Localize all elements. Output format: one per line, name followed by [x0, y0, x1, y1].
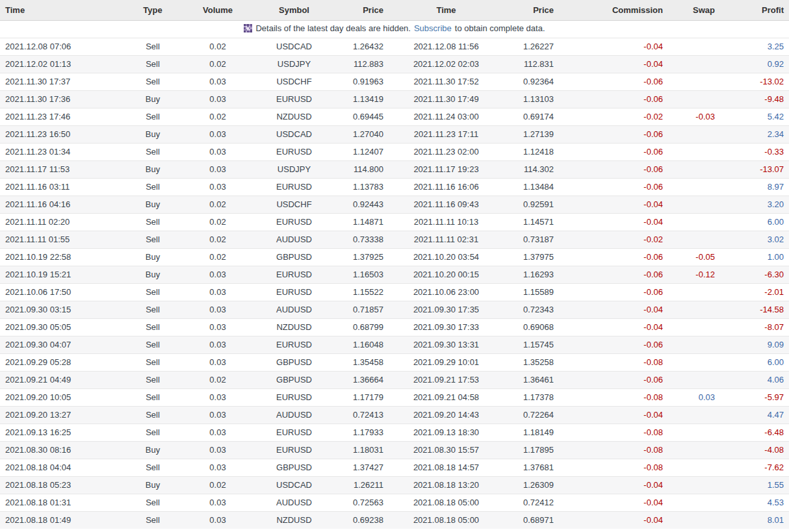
cell-swap: -0.12	[668, 266, 720, 283]
col-header-symbol: Symbol	[250, 0, 338, 20]
cell-close_time: 2021.12.08 11:56	[389, 38, 504, 55]
cell-open_price: 0.72563	[338, 494, 389, 511]
cell-type: Sell	[120, 38, 185, 55]
cell-profit: 3.25	[720, 38, 789, 55]
cell-swap	[668, 231, 720, 248]
cell-swap: -0.03	[668, 108, 720, 125]
cell-volume: 0.02	[185, 196, 250, 213]
cell-volume: 0.03	[185, 73, 250, 90]
cell-open_time: 2021.10.19 22:58	[0, 248, 120, 266]
cell-open_price: 0.73338	[338, 231, 389, 248]
cell-type: Buy	[120, 125, 185, 143]
cell-profit: 6.00	[720, 213, 789, 231]
cell-open_price: 0.71857	[338, 301, 389, 318]
cell-type: Sell	[120, 388, 185, 406]
cell-open_time: 2021.11.16 03:11	[0, 178, 120, 196]
cell-close_price: 1.37975	[504, 248, 559, 266]
cell-close_price: 1.15589	[504, 283, 559, 301]
cell-profit: 8.01	[720, 511, 789, 529]
cell-commission: -0.02	[559, 108, 668, 125]
cell-open_time: 2021.11.30 17:36	[0, 90, 120, 108]
cell-symbol: USDJPY	[250, 55, 338, 73]
cell-profit: -7.62	[720, 459, 789, 476]
cell-profit: 3.20	[720, 196, 789, 213]
deal-row: 2021.09.20 13:27Sell0.03AUDUSD0.72413202…	[0, 406, 789, 424]
deal-row: 2021.10.19 22:58Buy0.02GBPUSD1.379252021…	[0, 248, 789, 266]
cell-commission: -0.08	[559, 388, 668, 406]
cell-symbol: EURUSD	[250, 90, 338, 108]
cell-type: Sell	[120, 231, 185, 248]
cell-close_time: 2021.10.20 00:15	[389, 266, 504, 283]
cell-profit: -13.02	[720, 73, 789, 90]
deal-row: 2021.11.30 17:36Buy0.03EURUSD1.134192021…	[0, 90, 789, 108]
cell-symbol: USDCAD	[250, 476, 338, 494]
col-header-close_price: Price	[504, 0, 559, 20]
deal-row: 2021.08.30 08:16Buy0.03EURUSD1.180312021…	[0, 441, 789, 459]
cell-symbol: EURUSD	[250, 143, 338, 160]
cell-swap: 0.03	[668, 388, 720, 406]
cell-type: Sell	[120, 511, 185, 529]
cell-type: Sell	[120, 371, 185, 388]
cell-open_time: 2021.09.29 05:28	[0, 353, 120, 371]
deal-row: 2021.11.23 01:34Sell0.03EURUSD1.12407202…	[0, 143, 789, 160]
notice-row: Details of the latest day deals are hidd…	[0, 20, 789, 38]
cell-profit: 2.34	[720, 125, 789, 143]
col-header-close_time: Time	[389, 0, 504, 20]
deals-history-table: TimeTypeVolumeSymbolPriceTimePriceCommis…	[0, 0, 789, 529]
cell-swap	[668, 511, 720, 529]
cell-type: Buy	[120, 476, 185, 494]
cell-symbol: USDCAD	[250, 125, 338, 143]
cell-close_price: 114.302	[504, 160, 559, 178]
cell-profit: 9.09	[720, 336, 789, 353]
cell-profit: 4.47	[720, 406, 789, 424]
cell-swap	[668, 283, 720, 301]
cell-open_time: 2021.11.30 17:37	[0, 73, 120, 90]
cell-close_time: 2021.09.21 17:53	[389, 371, 504, 388]
cell-profit: -5.97	[720, 388, 789, 406]
cell-open_time: 2021.09.20 10:05	[0, 388, 120, 406]
cell-symbol: GBPUSD	[250, 371, 338, 388]
cell-open_price: 1.35458	[338, 353, 389, 371]
cell-symbol: EURUSD	[250, 336, 338, 353]
cell-type: Sell	[120, 459, 185, 476]
cell-swap: -0.05	[668, 248, 720, 266]
cell-commission: -0.08	[559, 441, 668, 459]
cell-open_price: 0.92443	[338, 196, 389, 213]
cell-commission: -0.06	[559, 283, 668, 301]
cell-close_time: 2021.08.18 05:00	[389, 494, 504, 511]
cell-open_price: 1.36664	[338, 371, 389, 388]
subscribe-link[interactable]: Subscribe	[414, 23, 452, 33]
cell-commission: -0.04	[559, 318, 668, 336]
cell-profit: 8.97	[720, 178, 789, 196]
cell-open_price: 112.883	[338, 55, 389, 73]
cell-open_price: 1.12407	[338, 143, 389, 160]
cell-close_time: 2021.09.30 13:31	[389, 336, 504, 353]
cell-close_time: 2021.11.16 16:06	[389, 178, 504, 196]
cell-open_time: 2021.09.21 04:49	[0, 371, 120, 388]
cell-close_time: 2021.10.20 03:54	[389, 248, 504, 266]
cell-open_price: 1.18031	[338, 441, 389, 459]
cell-open_price: 0.69445	[338, 108, 389, 125]
cell-profit: -9.48	[720, 90, 789, 108]
cell-open_price: 1.15522	[338, 283, 389, 301]
deal-row: 2021.11.30 17:37Sell0.03USDCHF0.91963202…	[0, 73, 789, 90]
cell-open_price: 1.17179	[338, 388, 389, 406]
cell-swap	[668, 318, 720, 336]
cell-open_time: 2021.09.13 16:25	[0, 424, 120, 441]
cell-symbol: EURUSD	[250, 441, 338, 459]
deal-row: 2021.08.18 05:23Buy0.02USDCAD1.262112021…	[0, 476, 789, 494]
cell-type: Sell	[120, 55, 185, 73]
cell-volume: 0.02	[185, 476, 250, 494]
cell-close_price: 1.26309	[504, 476, 559, 494]
cell-symbol: GBPUSD	[250, 459, 338, 476]
cell-close_price: 0.73187	[504, 231, 559, 248]
cell-open_time: 2021.11.23 01:34	[0, 143, 120, 160]
cell-open_price: 1.26432	[338, 38, 389, 55]
cell-open_time: 2021.08.18 05:23	[0, 476, 120, 494]
cell-swap	[668, 178, 720, 196]
cell-type: Sell	[120, 283, 185, 301]
cell-swap	[668, 336, 720, 353]
cell-swap	[668, 406, 720, 424]
cell-close_time: 2021.08.30 15:57	[389, 441, 504, 459]
cell-symbol: EURUSD	[250, 266, 338, 283]
